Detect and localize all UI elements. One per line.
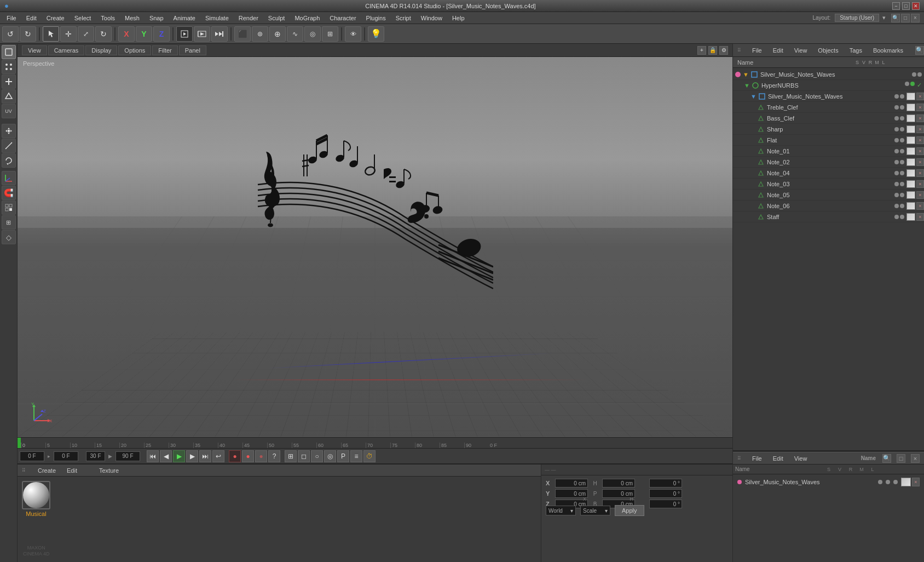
viewport-maximize-btn[interactable]: +	[697, 46, 706, 55]
nurbs-btn[interactable]: ⊛	[252, 26, 268, 42]
tree-item-flat[interactable]: Flat ×	[733, 135, 924, 146]
silver-delete-btn[interactable]: ×	[916, 93, 924, 100]
maximize-btn[interactable]: □	[902, 2, 910, 10]
menu-mesh[interactable]: Mesh	[120, 14, 144, 22]
render-region-btn[interactable]	[176, 26, 193, 42]
sharp-delete-btn[interactable]: ×	[916, 125, 924, 133]
note01-delete-btn[interactable]: ×	[916, 147, 924, 155]
move-key-btn[interactable]: ◻	[298, 450, 310, 462]
rotate-mode-btn[interactable]	[2, 153, 16, 168]
tree-item-staff[interactable]: Staff ×	[733, 211, 924, 222]
redo-btn[interactable]: ↻	[20, 26, 36, 42]
select-mode-btn[interactable]	[2, 45, 16, 59]
play-btn[interactable]: ▶	[173, 450, 185, 462]
tree-item-note01[interactable]: Note_01 ×	[733, 146, 924, 157]
menu-sculpt[interactable]: Sculpt	[264, 14, 290, 22]
menu-plugins[interactable]: Plugins	[362, 14, 390, 22]
current-frame-field[interactable]: 0 F	[20, 451, 44, 461]
staff-delete-btn[interactable]: ×	[916, 213, 924, 221]
tree-item-sharp[interactable]: Sharp ×	[733, 124, 924, 135]
menu-help[interactable]: Help	[448, 14, 469, 22]
close-btn[interactable]: ✕	[912, 2, 920, 10]
to-end-btn[interactable]: ⏭	[199, 450, 211, 462]
anim-mode-btn[interactable]: ⊞	[285, 450, 297, 462]
position-key-btn[interactable]: P	[337, 450, 349, 462]
rpanel-search-btn[interactable]: 🔍	[915, 46, 924, 55]
timeline-ruler[interactable]: 0 5 10 15 20 25 30 35 40 45 50 55 60 65 …	[18, 437, 732, 448]
keyframe-all-btn[interactable]: ≡	[350, 450, 362, 462]
snap-btn[interactable]	[2, 200, 16, 215]
viewport-canvas[interactable]: Perspective	[18, 57, 732, 437]
tree-item-root[interactable]: ▼ Silver_Music_Notes_Waves	[733, 69, 924, 80]
viewport-lock-btn[interactable]: 🔒	[708, 46, 717, 55]
minimize-btn[interactable]: −	[892, 2, 900, 10]
rotate-tool-btn[interactable]: ↻	[95, 26, 112, 42]
scale-tool-btn[interactable]: ⤢	[78, 26, 94, 42]
view-tab-view[interactable]: View	[22, 45, 47, 55]
tree-item-note06[interactable]: Note_06 ×	[733, 200, 924, 211]
menu-render[interactable]: Render	[234, 14, 263, 22]
menu-character[interactable]: Character	[325, 14, 360, 22]
menu-window[interactable]: Window	[417, 14, 447, 22]
view-tab-cameras[interactable]: Cameras	[48, 45, 85, 55]
generator-btn[interactable]: ◎	[304, 26, 321, 42]
menu-create[interactable]: Create	[42, 14, 69, 22]
menu-script[interactable]: Script	[391, 14, 415, 22]
fps-field[interactable]: 30 F	[86, 451, 105, 461]
musical-material-item[interactable]: Musical	[22, 481, 50, 517]
view-tab-display[interactable]: Display	[85, 45, 117, 55]
array-btn[interactable]: ⊞	[322, 26, 338, 42]
viewport-settings-btn[interactable]: ⚙	[719, 46, 728, 55]
rpanel-tags-tab[interactable]: Tags	[846, 46, 865, 55]
coord-x-size[interactable]: 0 cm	[602, 479, 635, 488]
edges-mode-btn[interactable]	[2, 74, 16, 89]
menu-tools[interactable]: Tools	[96, 14, 119, 22]
menu-animate[interactable]: Animate	[169, 14, 200, 22]
select-tool-btn[interactable]	[43, 26, 59, 42]
tab-texture[interactable]: Texture	[97, 466, 121, 475]
deformer-btn[interactable]: ⊕	[269, 26, 286, 42]
to-start-btn[interactable]: ⏮	[147, 450, 159, 462]
axis-transform-btn[interactable]	[2, 171, 16, 185]
materials-file-tab[interactable]: File	[749, 454, 765, 463]
materials-edit-tab[interactable]: Edit	[770, 454, 787, 463]
record-pos-btn[interactable]: ●	[242, 450, 254, 462]
note03-delete-btn[interactable]: ×	[916, 180, 924, 188]
tab-edit[interactable]: Edit	[65, 466, 79, 475]
start-frame-field[interactable]: 0 F	[54, 451, 78, 461]
note05-delete-btn[interactable]: ×	[916, 191, 924, 199]
apply-button[interactable]: Apply	[615, 505, 644, 516]
view-tab-filter[interactable]: Filter	[152, 45, 177, 55]
coord-x-rot[interactable]: 0 °	[649, 479, 682, 488]
menu-edit[interactable]: Edit	[22, 14, 41, 22]
next-frame-btn[interactable]: ▶	[186, 450, 198, 462]
polygon-mode-btn[interactable]	[2, 89, 16, 104]
x-axis-btn[interactable]: X	[118, 26, 135, 42]
bass-delete-btn[interactable]: ×	[916, 114, 924, 122]
rpanel-objects-tab[interactable]: Objects	[815, 46, 841, 55]
move-mode-btn[interactable]	[2, 124, 16, 138]
spline-btn[interactable]: ∿	[287, 26, 303, 42]
loop-btn[interactable]: ↩	[212, 450, 224, 462]
end-frame-field[interactable]: 90 F	[116, 451, 140, 461]
note04-delete-btn[interactable]: ×	[916, 169, 924, 177]
uvw-mode-btn[interactable]: UV	[2, 104, 16, 118]
magnet-btn[interactable]: 🧲	[2, 186, 16, 200]
tree-item-bass-clef[interactable]: Bass_Clef ×	[733, 113, 924, 124]
points-mode-btn[interactable]	[2, 60, 16, 74]
menu-file[interactable]: File	[2, 14, 21, 22]
record-rot-btn[interactable]: ●	[255, 450, 267, 462]
cube-btn[interactable]: ⬛	[234, 26, 251, 42]
undo-btn[interactable]: ↺	[2, 26, 19, 42]
rotate-key-btn[interactable]: ○	[311, 450, 323, 462]
move-tool-btn[interactable]: ✛	[60, 26, 77, 42]
materials-expand-btn[interactable]: □	[897, 454, 905, 463]
scale-dropdown[interactable]: Scale ▾	[580, 506, 610, 515]
note06-delete-btn[interactable]: ×	[916, 202, 924, 210]
material-row-silver[interactable]: Silver_Music_Notes_Waves ×	[735, 477, 922, 488]
scale-key-btn[interactable]: ◎	[324, 450, 336, 462]
tree-item-hypernurbs[interactable]: ▼ HyperNURBS ✓	[733, 80, 924, 91]
panel-close-btn[interactable]: ×	[911, 14, 920, 22]
light-btn[interactable]: 💡	[368, 26, 384, 42]
menu-snap[interactable]: Snap	[145, 14, 168, 22]
